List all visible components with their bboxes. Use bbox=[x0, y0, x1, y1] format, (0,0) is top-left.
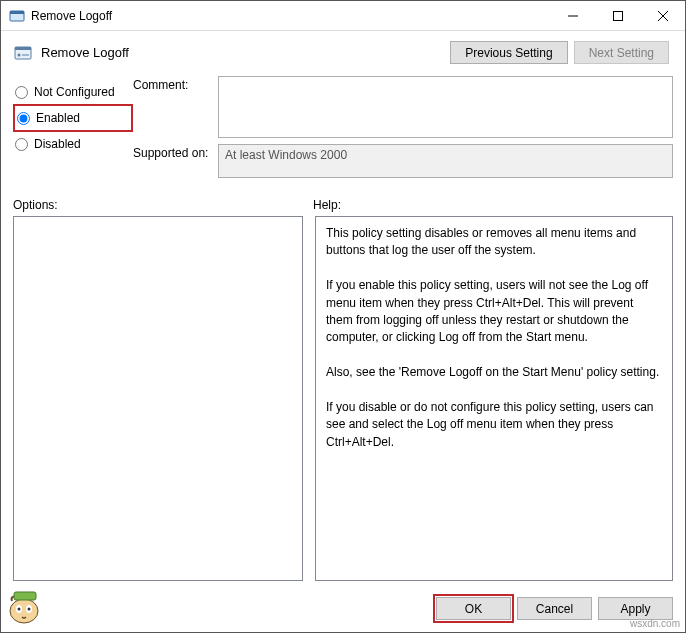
svg-point-8 bbox=[18, 53, 21, 56]
policy-icon bbox=[13, 43, 33, 63]
titlebar: Remove Logoff bbox=[1, 1, 685, 31]
svg-rect-1 bbox=[10, 11, 24, 14]
radio-enabled-label: Enabled bbox=[36, 111, 80, 125]
enabled-highlight: Enabled bbox=[13, 104, 133, 132]
window-controls bbox=[550, 1, 685, 30]
minimize-button[interactable] bbox=[550, 1, 595, 30]
svg-point-14 bbox=[28, 608, 31, 611]
watermark: wsxdn.com bbox=[630, 618, 680, 629]
supported-label: Supported on: bbox=[133, 144, 218, 178]
svg-point-10 bbox=[10, 599, 38, 623]
cancel-button[interactable]: Cancel bbox=[517, 597, 592, 620]
svg-rect-3 bbox=[613, 11, 622, 20]
dialog-footer: OK Cancel Apply bbox=[1, 589, 685, 632]
previous-setting-button[interactable]: Previous Setting bbox=[450, 41, 567, 64]
supported-row: Supported on: At least Windows 2000 bbox=[133, 144, 673, 178]
svg-rect-15 bbox=[14, 592, 36, 600]
options-panel bbox=[13, 216, 303, 581]
radio-not-configured-input[interactable] bbox=[15, 86, 28, 99]
window-title: Remove Logoff bbox=[31, 9, 550, 23]
comment-textarea[interactable] bbox=[218, 76, 673, 138]
panels-row: This policy setting disables or removes … bbox=[1, 216, 685, 589]
comment-row: Comment: bbox=[133, 76, 673, 138]
state-column: Not Configured Enabled Disabled bbox=[13, 76, 133, 184]
radio-disabled-input[interactable] bbox=[15, 138, 28, 151]
help-panel[interactable]: This policy setting disables or removes … bbox=[315, 216, 673, 581]
svg-point-12 bbox=[18, 608, 21, 611]
svg-rect-7 bbox=[15, 47, 31, 50]
policy-dialog: Remove Logoff Remove Logoff Previous Set… bbox=[0, 0, 686, 633]
radio-disabled-label: Disabled bbox=[34, 137, 81, 151]
supported-textarea: At least Windows 2000 bbox=[218, 144, 673, 178]
nav-buttons: Previous Setting Next Setting bbox=[450, 41, 669, 64]
ok-button[interactable]: OK bbox=[436, 597, 511, 620]
close-button[interactable] bbox=[640, 1, 685, 30]
section-labels: Options: Help: bbox=[1, 184, 685, 216]
radio-not-configured-label: Not Configured bbox=[34, 85, 115, 99]
radio-enabled[interactable]: Enabled bbox=[15, 106, 131, 130]
header-row: Remove Logoff Previous Setting Next Sett… bbox=[1, 31, 685, 70]
mascot-logo bbox=[4, 587, 56, 627]
radio-enabled-input[interactable] bbox=[17, 112, 30, 125]
window-icon bbox=[9, 8, 25, 24]
maximize-button[interactable] bbox=[595, 1, 640, 30]
next-setting-button[interactable]: Next Setting bbox=[574, 41, 669, 64]
options-label: Options: bbox=[13, 198, 313, 212]
radio-not-configured[interactable]: Not Configured bbox=[13, 80, 133, 104]
policy-title: Remove Logoff bbox=[41, 45, 450, 60]
comment-label: Comment: bbox=[133, 76, 218, 138]
radio-disabled[interactable]: Disabled bbox=[13, 132, 133, 156]
help-label: Help: bbox=[313, 198, 341, 212]
fields-column: Comment: Supported on: At least Windows … bbox=[133, 76, 673, 184]
apply-button[interactable]: Apply bbox=[598, 597, 673, 620]
config-area: Not Configured Enabled Disabled Comment:… bbox=[1, 70, 685, 184]
